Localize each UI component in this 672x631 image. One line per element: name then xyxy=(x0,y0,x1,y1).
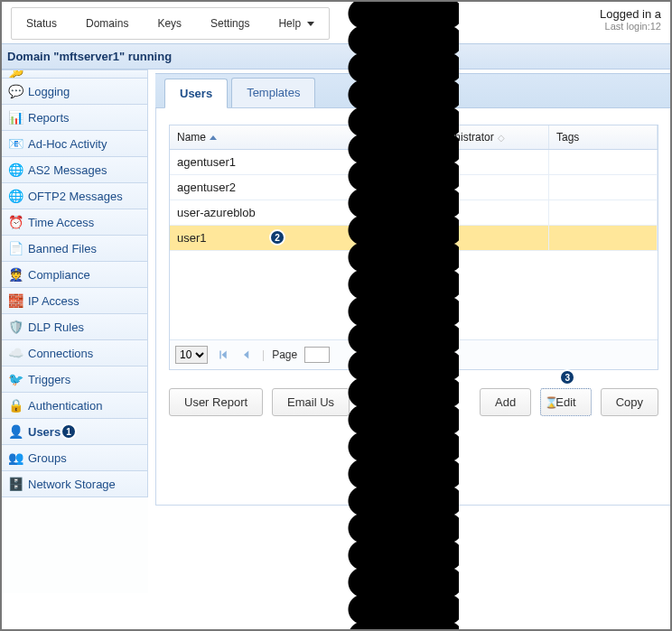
sidebar-item-cut[interactable]: 🔑 xyxy=(0,70,148,79)
sidebar-item-authentication[interactable]: 🔒Authentication xyxy=(0,393,148,419)
col-admin-label: Administrator xyxy=(430,131,494,144)
storage-icon: 🗄️ xyxy=(8,477,23,491)
sidebar-item-dlp[interactable]: 🛡️DLP Rules xyxy=(0,314,148,340)
col-admin[interactable]: Administrator ◇ xyxy=(423,125,549,149)
cell-tags xyxy=(549,226,658,251)
user-report-button[interactable]: User Report xyxy=(169,388,263,416)
sidebar-label: Users xyxy=(28,425,61,439)
sidebar-item-network-storage[interactable]: 🗄️Network Storage xyxy=(0,471,148,497)
sidebar-item-ip-access[interactable]: 🧱IP Access xyxy=(0,288,148,314)
sidebar-label: AS2 Messages xyxy=(28,163,107,177)
clock-icon: ⏰ xyxy=(8,215,23,229)
users-grid: Name Administrator ◇ Tags agentuser1 xyxy=(169,125,658,370)
cell-tags xyxy=(549,175,658,200)
tab-users[interactable]: Users xyxy=(164,79,228,108)
sidebar-item-banned-files[interactable]: 📄Banned Files xyxy=(0,236,148,262)
globe-icon: 🌐 xyxy=(8,162,23,177)
sidebar-label: DLP Rules xyxy=(28,320,84,334)
officer-icon: 👮 xyxy=(8,267,23,282)
cell-name: agentuser1 xyxy=(170,150,423,175)
sidebar-item-groups[interactable]: 👥Groups xyxy=(0,445,148,471)
table-row[interactable]: user1 2 xyxy=(170,226,658,251)
add-button[interactable]: Add xyxy=(480,388,531,416)
cell-name-text: user1 xyxy=(177,231,207,245)
sidebar-item-oftp2[interactable]: 🌐OFTP2 Messages xyxy=(0,183,148,209)
edit-button-label: Edit xyxy=(555,395,575,409)
menu-domains[interactable]: Domains xyxy=(71,8,143,39)
menu-help[interactable]: Help xyxy=(264,8,329,39)
cell-admin xyxy=(423,226,549,251)
table-row[interactable]: agentuser1 xyxy=(170,150,658,175)
lock-icon: 🔒 xyxy=(8,398,23,413)
page-size-select[interactable]: 10 xyxy=(175,346,208,364)
sidebar-item-users[interactable]: 👤 Users 1 xyxy=(0,419,148,445)
user-icon: 👤 xyxy=(8,424,23,439)
sidebar-label: OFTP2 Messages xyxy=(28,190,123,203)
key-icon: 🔑 xyxy=(8,70,23,79)
footer-buttons: User Report Email Us Add 3 ⌛ Edit Copy xyxy=(169,388,658,416)
sidebar-label: Groups xyxy=(28,451,67,465)
email-user-button[interactable]: Email Us xyxy=(272,388,350,416)
sidebar-item-adhoc[interactable]: 📧Ad-Hoc Activity xyxy=(0,131,148,157)
sidebar: 🔑 💬Logging 📊Reports 📧Ad-Hoc Activity 🌐AS… xyxy=(0,70,148,593)
prev-page-button[interactable] xyxy=(238,347,255,363)
cell-name: user1 2 xyxy=(170,226,423,251)
sidebar-item-time-access[interactable]: ⏰Time Access xyxy=(0,209,148,236)
col-name-label: Name xyxy=(177,131,206,144)
sidebar-item-compliance[interactable]: 👮Compliance xyxy=(0,262,148,288)
sidebar-label: Connections xyxy=(28,347,93,360)
sort-icon: ◇ xyxy=(498,133,505,143)
sidebar-item-connections[interactable]: ☁️Connections xyxy=(0,340,148,367)
page-input[interactable] xyxy=(304,347,330,363)
domain-status-strip: Domain "mftserver1" running xyxy=(0,43,672,70)
sidebar-label: Network Storage xyxy=(28,478,116,491)
sidebar-item-reports[interactable]: 📊Reports xyxy=(0,105,148,131)
first-page-button[interactable] xyxy=(215,347,231,363)
cell-name: user-azureblob xyxy=(170,200,423,226)
copy-button[interactable]: Copy xyxy=(601,388,658,416)
cell-admin xyxy=(423,150,549,175)
sidebar-item-as2[interactable]: 🌐AS2 Messages xyxy=(0,157,148,183)
sidebar-item-logging[interactable]: 💬Logging xyxy=(0,79,148,105)
last-login-text: Last login:12 xyxy=(600,21,661,32)
blocked-file-icon: 📄 xyxy=(8,241,23,255)
mail-icon: 📧 xyxy=(8,136,23,151)
cell-admin xyxy=(423,175,549,200)
sort-asc-icon xyxy=(210,135,217,140)
edit-button[interactable]: 3 ⌛ Edit xyxy=(540,388,591,416)
trigger-icon: 🐦 xyxy=(8,372,23,386)
table-row[interactable]: agentuser2 xyxy=(170,175,658,200)
callout-badge-3: 3 xyxy=(559,369,575,385)
cell-tags xyxy=(549,200,658,226)
callout-badge-2: 2 xyxy=(269,229,285,246)
col-tags[interactable]: Tags xyxy=(549,125,658,149)
main-menu: Status Domains Keys Settings Help xyxy=(11,7,330,40)
sidebar-label: Time Access xyxy=(28,216,94,229)
cell-tags xyxy=(549,150,658,175)
shield-icon: 🛡️ xyxy=(8,320,23,334)
chart-icon: 📊 xyxy=(8,110,23,125)
sidebar-label: Triggers xyxy=(28,373,70,386)
menu-settings[interactable]: Settings xyxy=(196,8,264,39)
users-panel: Name Administrator ◇ Tags agentuser1 xyxy=(155,108,672,506)
tab-strip: Users Templates xyxy=(155,73,672,108)
cloud-icon: ☁️ xyxy=(8,346,23,360)
speech-icon: 💬 xyxy=(8,84,23,98)
chevron-down-icon xyxy=(307,22,314,26)
sidebar-label: Banned Files xyxy=(28,242,97,255)
table-row[interactable]: user-azureblob xyxy=(170,200,658,226)
globe-icon: 🌐 xyxy=(8,189,23,203)
grid-body: agentuser1 agentuser2 user-azureblob xyxy=(170,150,658,339)
sidebar-item-triggers[interactable]: 🐦Triggers xyxy=(0,367,148,393)
callout-badge-1: 1 xyxy=(61,423,77,440)
col-name[interactable]: Name xyxy=(170,125,423,149)
page-label: Page xyxy=(272,348,297,361)
sidebar-label: Authentication xyxy=(28,399,102,413)
menu-status[interactable]: Status xyxy=(12,8,71,39)
menu-keys[interactable]: Keys xyxy=(143,8,196,39)
sidebar-label: Logging xyxy=(28,85,70,98)
paging-toolbar: 10 | Page xyxy=(170,339,658,369)
cell-name: agentuser2 xyxy=(170,175,423,200)
grid-header: Name Administrator ◇ Tags xyxy=(170,125,658,150)
tab-templates[interactable]: Templates xyxy=(231,78,315,107)
